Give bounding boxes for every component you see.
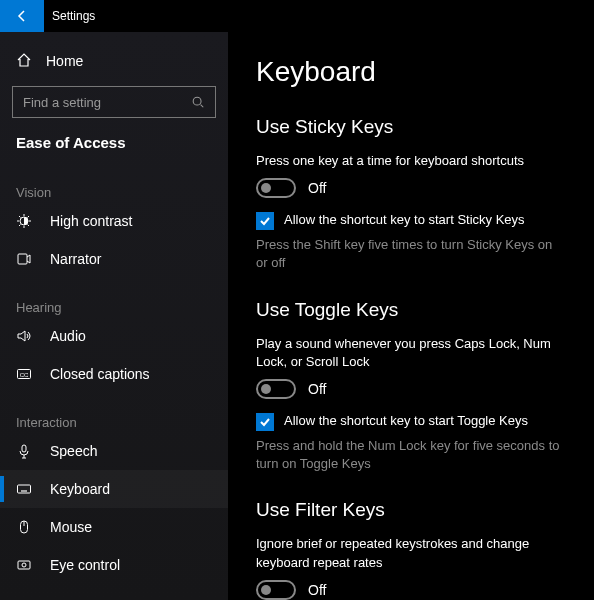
category-label: Ease of Access bbox=[0, 130, 228, 163]
back-button[interactable] bbox=[0, 0, 44, 32]
nav-closed-captions[interactable]: CC Closed captions bbox=[0, 355, 228, 393]
cc-icon: CC bbox=[16, 366, 32, 382]
window-title: Settings bbox=[44, 9, 95, 23]
nav-item-label: Speech bbox=[50, 443, 97, 459]
svg-point-9 bbox=[22, 563, 26, 567]
group-hearing: Hearing bbox=[0, 278, 228, 317]
group-interaction: Interaction bbox=[0, 393, 228, 432]
filter-keys-toggle[interactable] bbox=[256, 580, 296, 600]
svg-rect-5 bbox=[22, 445, 26, 452]
eye-icon bbox=[16, 557, 32, 573]
nav-high-contrast[interactable]: High contrast bbox=[0, 202, 228, 240]
section-sticky-keys-header: Use Sticky Keys bbox=[256, 116, 566, 138]
search-placeholder: Find a setting bbox=[23, 95, 101, 110]
toggle-keys-toggle-state: Off bbox=[308, 381, 326, 397]
nav-item-label: Closed captions bbox=[50, 366, 150, 382]
toggle-keys-toggle[interactable] bbox=[256, 379, 296, 399]
nav-speech[interactable]: Speech bbox=[0, 432, 228, 470]
speaker-icon bbox=[16, 328, 32, 344]
sticky-keys-toggle[interactable] bbox=[256, 178, 296, 198]
nav-home-label: Home bbox=[46, 53, 83, 69]
toggle-keys-shortcut-checkbox[interactable] bbox=[256, 413, 274, 431]
nav-eye-control[interactable]: Eye control bbox=[0, 546, 228, 584]
arrow-left-icon bbox=[14, 8, 30, 24]
nav-home[interactable]: Home bbox=[0, 42, 228, 80]
sticky-keys-shortcut-checkbox[interactable] bbox=[256, 212, 274, 230]
narrator-icon bbox=[16, 251, 32, 267]
toggle-keys-checkbox-label: Allow the shortcut key to start Toggle K… bbox=[284, 413, 528, 430]
search-input[interactable]: Find a setting bbox=[12, 86, 216, 118]
nav-item-label: Narrator bbox=[50, 251, 101, 267]
sticky-keys-checkbox-label: Allow the shortcut key to start Sticky K… bbox=[284, 212, 525, 229]
nav-narrator[interactable]: Narrator bbox=[0, 240, 228, 278]
sticky-keys-hint: Press the Shift key five times to turn S… bbox=[256, 236, 566, 272]
filter-keys-toggle-state: Off bbox=[308, 582, 326, 598]
nav-item-label: High contrast bbox=[50, 213, 132, 229]
svg-rect-6 bbox=[18, 485, 31, 493]
sticky-keys-desc: Press one key at a time for keyboard sho… bbox=[256, 152, 566, 170]
nav-keyboard[interactable]: Keyboard bbox=[0, 470, 228, 508]
group-vision: Vision bbox=[0, 163, 228, 202]
search-icon bbox=[191, 95, 205, 109]
section-toggle-keys-header: Use Toggle Keys bbox=[256, 299, 566, 321]
toggle-keys-desc: Play a sound whenever you press Caps Loc… bbox=[256, 335, 566, 371]
svg-text:CC: CC bbox=[20, 372, 29, 378]
svg-point-0 bbox=[193, 97, 201, 105]
mic-icon bbox=[16, 443, 32, 459]
sidebar: Home Find a setting Ease of Access Visio… bbox=[0, 32, 228, 600]
title-bar: Settings bbox=[0, 0, 594, 32]
half-sun-icon bbox=[16, 213, 32, 229]
nav-audio[interactable]: Audio bbox=[0, 317, 228, 355]
section-filter-keys-header: Use Filter Keys bbox=[256, 499, 566, 521]
nav-item-label: Eye control bbox=[50, 557, 120, 573]
check-icon bbox=[259, 416, 271, 428]
sticky-keys-toggle-state: Off bbox=[308, 180, 326, 196]
nav-item-label: Audio bbox=[50, 328, 86, 344]
nav-item-label: Mouse bbox=[50, 519, 92, 535]
home-icon bbox=[16, 52, 32, 71]
svg-rect-8 bbox=[18, 561, 30, 569]
keyboard-icon bbox=[16, 481, 32, 497]
toggle-keys-hint: Press and hold the Num Lock key for five… bbox=[256, 437, 566, 473]
page-title: Keyboard bbox=[256, 56, 566, 88]
filter-keys-desc: Ignore brief or repeated keystrokes and … bbox=[256, 535, 566, 571]
mouse-icon bbox=[16, 519, 32, 535]
svg-rect-2 bbox=[18, 254, 27, 264]
nav-mouse[interactable]: Mouse bbox=[0, 508, 228, 546]
content-pane: Keyboard Use Sticky Keys Press one key a… bbox=[228, 32, 594, 600]
nav-item-label: Keyboard bbox=[50, 481, 110, 497]
check-icon bbox=[259, 215, 271, 227]
